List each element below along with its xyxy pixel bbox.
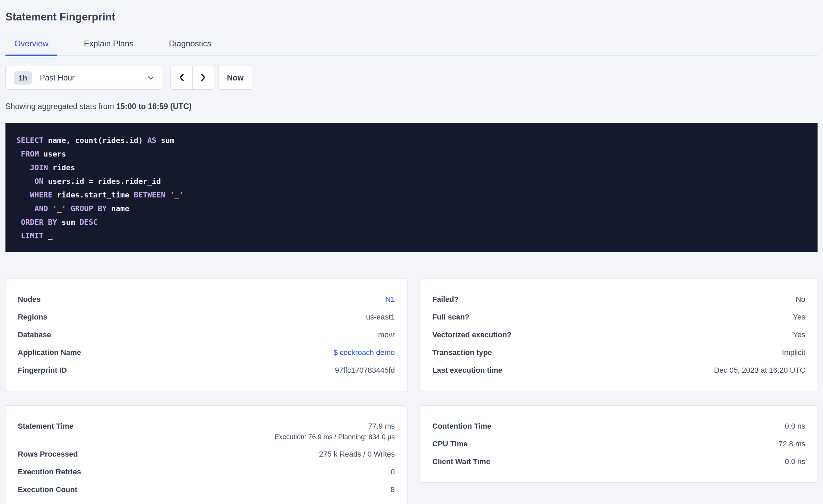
stat-row: Full scan?Yes (432, 308, 805, 326)
stat-row: Client Wait Time0.0 ns (432, 453, 805, 471)
stats-cards: NodesN1Regionsus-east1DatabasemovrApplic… (5, 279, 818, 504)
stat-value-wrap: movr (378, 330, 395, 339)
stat-value-wrap: 0 (391, 468, 395, 476)
stat-row: Vectorized execution?Yes (432, 326, 805, 344)
tab-bar: OverviewExplain PlansDiagnostics (5, 35, 818, 56)
sql-line: ON users.id = rides.rider_id (16, 175, 807, 188)
stat-row: Rows Processed275 k Reads / 0 Writes (18, 445, 395, 463)
stat-value: Implicit (782, 348, 805, 357)
prev-range-button[interactable] (171, 66, 192, 89)
statement-fingerprint-page: Statement Fingerprint OverviewExplain Pl… (0, 10, 823, 504)
stat-value-wrap: 97ffc170783445fd (335, 366, 395, 375)
aggregated-stats-line: Showing aggregated stats from 15:00 to 1… (5, 102, 818, 111)
chevron-right-icon (199, 73, 207, 83)
stat-row: Failed?No (432, 291, 805, 308)
stat-row: Fingerprint ID97ffc170783445fd (18, 361, 395, 379)
time-nav-group (170, 66, 214, 90)
stat-value-wrap: 0.0 ns (785, 422, 805, 431)
now-button[interactable]: Now (218, 66, 252, 90)
chevron-down-icon (147, 74, 154, 81)
stat-value-wrap: No (796, 295, 805, 304)
stat-value: us-east1 (366, 313, 395, 322)
page-title: Statement Fingerprint (5, 10, 818, 25)
stat-label: Nodes (18, 295, 41, 304)
tab-explain-plans[interactable]: Explain Plans (75, 35, 142, 55)
sql-line: AND '_' GROUP BY name (16, 202, 807, 216)
stat-label: Regions (18, 313, 47, 322)
stat-value: Yes (793, 330, 805, 339)
stat-value: 8 (391, 485, 395, 494)
sql-line: ORDER BY sum DESC (16, 216, 807, 229)
stat-label: CPU Time (432, 440, 468, 448)
stat-label: Full scan? (432, 313, 469, 322)
stat-row: Execution Retries0 (18, 463, 395, 481)
stat-label: Vectorized execution? (432, 330, 511, 339)
stat-value-wrap: 8 (391, 485, 395, 494)
stat-value: 275 k Reads / 0 Writes (319, 450, 395, 459)
stat-value-wrap: us-east1 (366, 313, 395, 322)
sql-line: JOIN rides (16, 161, 807, 175)
stat-label: Failed? (432, 295, 459, 304)
stat-label: Transaction type (432, 348, 492, 357)
stat-value: 97ffc170783445fd (335, 366, 395, 375)
stat-value: 0.0 ns (785, 457, 805, 466)
sql-line: SELECT name, count(rides.id) AS sum (16, 134, 807, 147)
stat-row: Transaction typeImplicit (432, 344, 805, 361)
stat-value-wrap: N1 (385, 295, 395, 304)
stat-value: 0 (391, 468, 395, 476)
stat-row: Last execution timeDec 05, 2023 at 16:20… (432, 361, 805, 379)
sql-line: FROM users (16, 147, 807, 161)
stat-label: Fingerprint ID (18, 366, 67, 375)
stat-row: Execution Count8 (18, 481, 395, 499)
stats-line-prefix: Showing aggregated stats from (5, 102, 116, 111)
next-range-button[interactable] (192, 66, 214, 89)
stat-value-link[interactable]: N1 (385, 295, 395, 303)
tab-diagnostics[interactable]: Diagnostics (160, 35, 220, 55)
stat-value-wrap: 77.9 msExecution: 76.9 ms / Planning: 83… (274, 422, 395, 441)
stat-row: Contention Time0.0 ns (432, 417, 805, 435)
stat-row: CPU Time72.8 ms (432, 435, 805, 453)
sql-line: WHERE rides.start_time BETWEEN '_' (16, 188, 807, 202)
stat-value-wrap: 275 k Reads / 0 Writes (319, 450, 395, 459)
time-range-label: Past Hour (40, 73, 75, 83)
stat-row: Application Name$ cockroach demo (18, 344, 395, 361)
statement-details-card: NodesN1Regionsus-east1DatabasemovrApplic… (5, 279, 407, 391)
statement-time-card: Statement Time77.9 msExecution: 76.9 ms … (5, 406, 407, 504)
stat-value-wrap: Dec 05, 2023 at 16:20 UTC (714, 366, 805, 375)
stat-row: Databasemovr (18, 326, 395, 344)
resource-time-card: Contention Time0.0 nsCPU Time72.8 msClie… (420, 406, 818, 482)
stat-value-wrap: 72.8 ms (779, 440, 805, 448)
tab-overview[interactable]: Overview (5, 35, 57, 55)
toolbar: 1h Past Hour Now (5, 66, 818, 90)
stat-label: Execution Count (18, 485, 77, 494)
stat-value-wrap: Yes (793, 330, 805, 339)
stat-row: NodesN1 (18, 291, 395, 308)
stat-label: Database (18, 330, 51, 339)
stat-label: Client Wait Time (432, 457, 490, 466)
time-range-select[interactable]: 1h Past Hour (5, 66, 162, 90)
stats-line-range: 15:00 to 16:59 (UTC) (116, 102, 192, 111)
stat-value: Dec 05, 2023 at 16:20 UTC (714, 366, 805, 375)
stat-value-wrap: $ cockroach demo (333, 348, 395, 357)
stat-value-wrap: Implicit (782, 348, 805, 357)
stat-value-wrap: Yes (793, 313, 805, 322)
stat-value: No (796, 295, 805, 304)
stat-value: 77.9 ms (274, 422, 395, 431)
execution-attributes-card: Failed?NoFull scan?YesVectorized executi… (420, 279, 818, 391)
chevron-left-icon (178, 73, 186, 83)
stat-value-link[interactable]: $ cockroach demo (333, 348, 395, 357)
sql-line: LIMIT _ (16, 229, 807, 243)
stat-value: 0.0 ns (785, 422, 805, 431)
stat-value: movr (378, 330, 395, 339)
time-range-badge: 1h (14, 71, 32, 85)
stat-label: Last execution time (432, 366, 502, 375)
stat-row: Statement Time77.9 msExecution: 76.9 ms … (18, 417, 395, 445)
stat-label: Rows Processed (18, 450, 78, 459)
sql-statement-block: SELECT name, count(rides.id) AS sum FROM… (5, 123, 818, 252)
stat-label: Application Name (18, 348, 81, 357)
stat-value: 72.8 ms (779, 440, 805, 448)
stat-label: Contention Time (432, 422, 491, 431)
stat-sub-value: Execution: 76.9 ms / Planning: 834.0 µs (274, 433, 395, 441)
stat-label: Execution Retries (18, 468, 81, 476)
stat-value-wrap: 0.0 ns (785, 457, 805, 466)
